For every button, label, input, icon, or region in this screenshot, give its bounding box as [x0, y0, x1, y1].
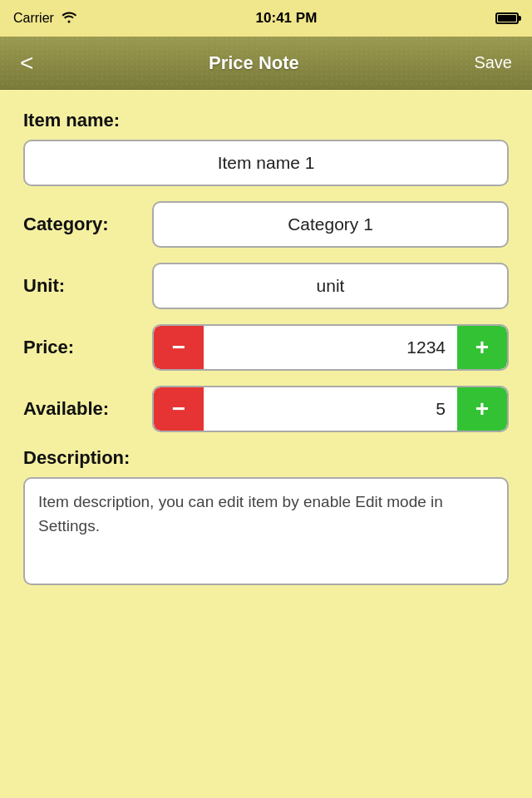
nav-bar: < Price Note Save	[0, 37, 532, 90]
price-label: Price:	[23, 337, 152, 358]
status-left: Carrier	[13, 10, 77, 27]
available-plus-button[interactable]: +	[457, 387, 507, 431]
available-stepper: − 5 +	[152, 386, 509, 432]
price-value: 1234	[204, 337, 457, 357]
description-section: Description: Item description, you can e…	[23, 447, 509, 585]
content-area: Item name: Category: Unit: Price: − 1234…	[0, 90, 532, 798]
price-plus-button[interactable]: +	[457, 326, 507, 369]
item-name-input[interactable]	[23, 140, 509, 186]
item-name-section: Item name:	[23, 110, 509, 186]
category-label: Category:	[23, 214, 152, 235]
status-time: 10:41 PM	[256, 10, 318, 27]
available-minus-button[interactable]: −	[154, 387, 204, 431]
price-stepper: − 1234 +	[152, 324, 509, 371]
available-value: 5	[204, 399, 457, 419]
category-input[interactable]	[152, 201, 509, 248]
carrier-label: Carrier	[13, 11, 54, 26]
description-label: Description:	[23, 447, 509, 469]
unit-section: Unit:	[23, 263, 509, 309]
unit-input[interactable]	[152, 263, 509, 309]
unit-label: Unit:	[23, 275, 152, 297]
available-label: Available:	[23, 398, 152, 420]
back-button[interactable]: <	[13, 48, 40, 78]
item-name-label: Item name:	[23, 110, 509, 131]
status-bar: Carrier 10:41 PM	[0, 0, 532, 37]
save-button[interactable]: Save	[467, 50, 519, 76]
wifi-icon	[61, 10, 77, 27]
category-section: Category:	[23, 201, 509, 248]
status-right	[495, 12, 519, 24]
price-section: Price: − 1234 +	[23, 324, 509, 371]
available-section: Available: − 5 +	[23, 386, 509, 432]
price-minus-button[interactable]: −	[154, 326, 204, 369]
description-textarea[interactable]: Item description, you can edit item by e…	[23, 477, 509, 585]
nav-title: Price Note	[209, 52, 299, 74]
battery-icon	[495, 12, 519, 24]
